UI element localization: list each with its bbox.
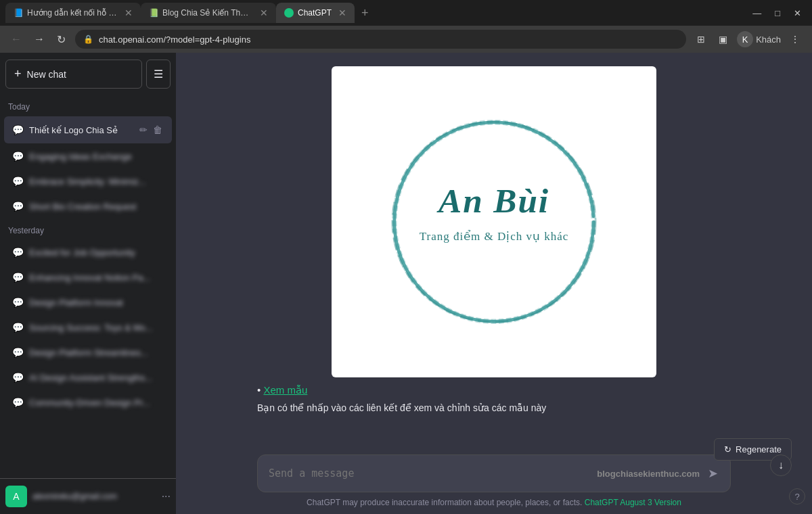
sidebar-item-text-2: Embrace Simplicity: Minimiz... (29, 177, 164, 187)
tab-2[interactable]: 📗 Blog Chia Sẻ Kiến Thức Store - S... ✕ (141, 3, 276, 23)
close-window-button[interactable]: ✕ (788, 5, 807, 21)
watermark-text: blogchiasekienthuc.com (597, 469, 700, 479)
browser-controls-right: — □ ✕ (747, 5, 807, 21)
sidebar-toggle-button[interactable]: ☰ (146, 60, 171, 89)
sidebar-item-text-y1: Enhancing Innovat Notion Pa... (29, 273, 164, 283)
tab-2-title: Blog Chia Sẻ Kiến Thức Store - S... (162, 8, 253, 18)
chat-input[interactable] (269, 467, 590, 481)
sidebar-item-y1[interactable]: 💬 Enhancing Innovat Notion Pa... (4, 265, 172, 289)
sidebar-item-y2[interactable]: 💬 Design Platform Innovat (4, 290, 172, 314)
sidebar-item-1[interactable]: 💬 Engaging Ideas Exchange (4, 144, 172, 168)
chat-icon-active: 💬 (12, 124, 24, 135)
send-button[interactable]: ➤ (706, 465, 719, 482)
sidebar-item-actions: ✏ 🗑 (138, 123, 164, 137)
sidebar-item-text-y6: Community-Driven Design Pr... (29, 398, 164, 408)
main-content: An Bùi Trang điểm & Dịch vụ khác • Xem m… (176, 53, 812, 514)
browser-menu-button[interactable]: ⋮ (786, 32, 804, 46)
yesterday-label: Yesterday (0, 219, 176, 239)
tab-bar: 📘 Hướng dẫn kết nối hỗ trợ Teamv... ✕ 📗 … (0, 0, 812, 26)
sidebar-item-text-y5: AI Design Assistant Strengths... (29, 373, 164, 383)
chat-input-wrapper: blogchiasekienthuc.com ➤ (257, 454, 731, 492)
tab-3[interactable]: ChatGPT ✕ (276, 3, 355, 23)
message-bullet: • Xem mẫu (257, 384, 731, 396)
chat-icon-2: 💬 (12, 176, 24, 187)
back-button[interactable]: ← (8, 32, 24, 47)
message-text: Bạn có thể nhấp vào các liên kết để xem … (257, 400, 731, 415)
edit-icon[interactable]: ✏ (138, 123, 149, 137)
sidebar-items: Today 💬 Thiết kế Logo Chia Sẻ ✏ 🗑 💬 Enga… (0, 95, 176, 478)
chat-icon-1: 💬 (12, 151, 24, 162)
reload-button[interactable]: ↻ (54, 32, 68, 47)
logo-image-container: An Bùi Trang điểm & Dịch vụ khác (332, 66, 656, 377)
sidebar-top: + New chat ☰ (0, 53, 176, 95)
scroll-to-bottom-button[interactable]: ↓ (770, 454, 792, 476)
send-icon: ➤ (708, 467, 718, 480)
footer-link[interactable]: ChatGPT August 3 Version (585, 498, 681, 507)
tab-3-title: ChatGPT (298, 8, 332, 18)
logo-svg: An Bùi Trang điểm & Dịch vụ khác (365, 93, 623, 350)
maximize-button[interactable]: □ (769, 5, 786, 21)
chat-icon-y2: 💬 (12, 297, 24, 308)
tab-3-close[interactable]: ✕ (338, 7, 346, 18)
sidebar-item-y5[interactable]: 💬 AI Design Assistant Strengths... (4, 365, 172, 390)
minimize-button[interactable]: — (747, 5, 767, 21)
chat-icon-y5: 💬 (12, 372, 24, 383)
xem-mau-link[interactable]: Xem mẫu (263, 384, 307, 396)
regenerate-label: Regenerate (736, 444, 782, 454)
sidebar-item-y6[interactable]: 💬 Community-Driven Design Pr... (4, 390, 172, 415)
address-bar: ← → ↻ 🔒 chat.openai.com/?model=gpt-4-plu… (0, 26, 812, 53)
profile-button[interactable]: K Khách (737, 31, 781, 47)
sidebar: + New chat ☰ Today 💬 Thiết kế Logo Chia … (0, 53, 176, 514)
app: + New chat ☰ Today 💬 Thiết kế Logo Chia … (0, 53, 812, 514)
url-bar[interactable]: 🔒 chat.openai.com/?model=gpt-4-plugins (75, 30, 686, 49)
chat-icon-y6: 💬 (12, 397, 24, 408)
user-email: alexmireku@gmail.com (32, 492, 156, 501)
profile-icon: K (737, 31, 753, 47)
sidebar-item-y4[interactable]: 💬 Design Platform Streamlines... (4, 340, 172, 365)
new-tab-button[interactable]: + (357, 6, 373, 20)
tab-1[interactable]: 📘 Hướng dẫn kết nối hỗ trợ Teamv... ✕ (5, 3, 141, 23)
chevron-down-icon: ↓ (778, 459, 784, 471)
address-bar-right: ⊞ ▣ K Khách ⋮ (693, 31, 804, 47)
url-text: chat.openai.com/?model=gpt-4-plugins (99, 34, 678, 45)
sidebar-item-text-1: Engaging Ideas Exchange (29, 151, 164, 162)
tab-2-close[interactable]: ✕ (260, 7, 268, 18)
chat-messages: An Bùi Trang điểm & Dịch vụ khác • Xem m… (176, 53, 812, 448)
chat-footer: ChatGPT may produce inaccurate informati… (307, 498, 681, 514)
regenerate-icon: ↻ (724, 444, 731, 454)
help-button[interactable]: ? (789, 488, 805, 505)
tab-1-title: Hướng dẫn kết nối hỗ trợ Teamv... (27, 8, 118, 18)
new-chat-button[interactable]: + New chat (5, 60, 142, 89)
chat-icon-y4: 💬 (12, 347, 24, 358)
sidebar-item-text-y0: Excited for Job Opportunity (29, 248, 164, 258)
tab-1-close[interactable]: ✕ (125, 7, 133, 18)
lock-icon: 🔒 (83, 34, 93, 44)
today-label: Today (0, 95, 176, 116)
sidebar-item-active[interactable]: 💬 Thiết kế Logo Chia Sẻ ✏ 🗑 (4, 116, 172, 143)
profile-label: Khách (756, 34, 781, 45)
user-avatar: A (5, 486, 27, 507)
user-menu-button[interactable]: ··· (162, 490, 171, 503)
chat-icon-3: 💬 (12, 201, 24, 212)
chat-icon-y1: 💬 (12, 272, 24, 283)
sidebar-item-text-active: Thiết kế Logo Chia Sẻ (29, 125, 133, 135)
chat-icon-y3: 💬 (12, 322, 24, 333)
message-content: • Xem mẫu Bạn có thể nhấp vào các liên k… (257, 377, 731, 422)
delete-icon[interactable]: 🗑 (152, 123, 164, 137)
sidebar-item-2[interactable]: 💬 Embrace Simplicity: Minimiz... (4, 169, 172, 193)
sidebar-item-y0[interactable]: 💬 Excited for Job Opportunity (4, 240, 172, 264)
extensions-button[interactable]: ⊞ (693, 32, 709, 46)
tab-1-favicon: 📘 (14, 8, 23, 18)
forward-button[interactable]: → (31, 32, 47, 47)
sidebar-item-y3[interactable]: 💬 Sourcing Success: Toys & Mo... (4, 315, 172, 340)
sidebar-item-text-y4: Design Platform Streamlines... (29, 348, 164, 358)
sidebar-item-text-y3: Sourcing Success: Toys & Mo... (29, 323, 164, 333)
svg-text:An Bùi: An Bùi (436, 181, 549, 220)
svg-rect-1 (365, 93, 623, 350)
svg-point-0 (286, 9, 292, 16)
sidebar-browser-button[interactable]: ▣ (715, 32, 731, 46)
plus-icon: + (14, 67, 22, 81)
svg-text:Trang điểm & Dịch vụ khác: Trang điểm & Dịch vụ khác (420, 230, 569, 243)
sidebar-item-3[interactable]: 💬 Short Bio Creation Request (4, 194, 172, 218)
chat-icon-y0: 💬 (12, 247, 24, 258)
